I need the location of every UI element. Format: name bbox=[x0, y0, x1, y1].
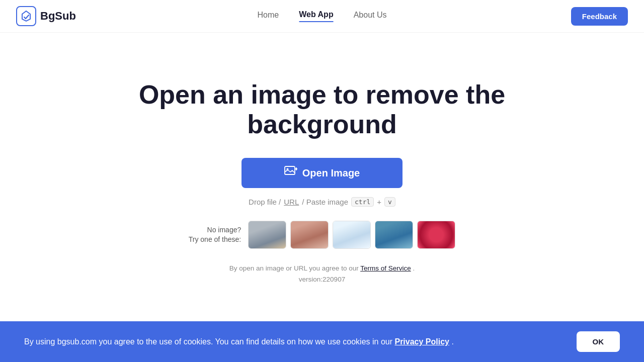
ctrl-key: ctrl bbox=[351, 197, 374, 207]
main-nav: Home Web App About Us bbox=[258, 10, 387, 22]
sample-image-2[interactable] bbox=[290, 221, 329, 249]
plus-sign: + bbox=[377, 198, 381, 206]
sample-images bbox=[248, 221, 455, 249]
no-image-text: No image? bbox=[189, 225, 242, 235]
logo-text: BgSub bbox=[40, 10, 76, 23]
drop-hint: Drop file / URL / Paste image ctrl + v bbox=[249, 197, 395, 207]
sample-image-4[interactable] bbox=[375, 221, 413, 249]
image-plus-icon bbox=[284, 166, 297, 180]
open-image-button[interactable]: Open Image bbox=[242, 158, 403, 188]
tos-section: By open an image or URL you agree to our… bbox=[229, 263, 415, 285]
drop-text1: Drop file / bbox=[249, 198, 281, 206]
tos-link[interactable]: Terms of Service bbox=[360, 264, 411, 272]
sample-image-5[interactable] bbox=[417, 221, 455, 249]
header: BgSub Home Web App About Us Feedback bbox=[0, 0, 644, 33]
drop-text2: / Paste image bbox=[302, 198, 348, 206]
open-image-label: Open Image bbox=[302, 167, 360, 179]
main-content: Open an image to remove the background O… bbox=[0, 33, 644, 322]
nav-home[interactable]: Home bbox=[258, 11, 279, 22]
try-one-text: Try one of these: bbox=[189, 235, 242, 245]
v-key: v bbox=[384, 197, 395, 207]
page-headline: Open an image to remove the background bbox=[96, 80, 548, 140]
url-link[interactable]: URL bbox=[284, 198, 299, 206]
feedback-button[interactable]: Feedback bbox=[571, 7, 628, 26]
sample-image-3[interactable] bbox=[333, 221, 371, 249]
logo[interactable]: BgSub bbox=[16, 6, 76, 26]
tos-text1: By open an image or URL you agree to our bbox=[229, 264, 359, 272]
sample-label: No image? Try one of these: bbox=[189, 225, 242, 245]
sample-image-1[interactable] bbox=[248, 221, 286, 249]
nav-about-us[interactable]: About Us bbox=[354, 11, 387, 22]
nav-web-app[interactable]: Web App bbox=[299, 10, 333, 22]
version-text: version:220907 bbox=[299, 276, 345, 283]
logo-icon bbox=[16, 6, 36, 26]
svg-rect-0 bbox=[285, 166, 295, 174]
tos-period: . bbox=[413, 264, 415, 272]
sample-section: No image? Try one of these: bbox=[189, 221, 456, 249]
cookie-banner: By using bgsub.com you agree to the use … bbox=[0, 321, 644, 322]
